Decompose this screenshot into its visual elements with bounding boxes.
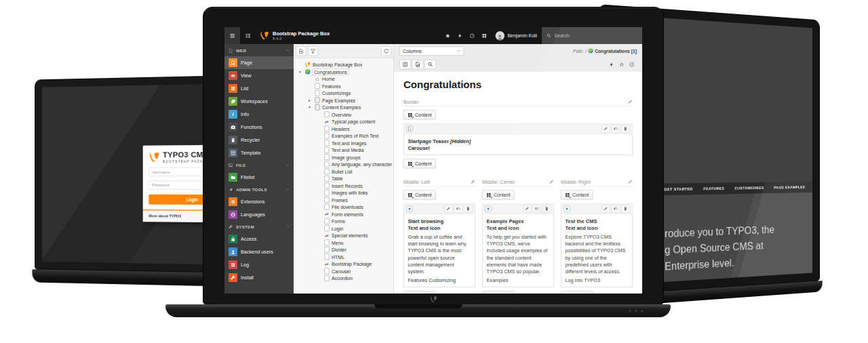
edit-pencil-icon[interactable]	[549, 179, 554, 184]
tree-item[interactable]: Overview	[296, 111, 392, 119]
more-about-link[interactable]: More about TYPO3	[149, 214, 181, 218]
search-button[interactable]	[425, 60, 436, 69]
tree-item[interactable]: Bootstrap Package	[296, 260, 392, 268]
delete-button[interactable]	[464, 205, 473, 212]
tree-item[interactable]: File downloads	[296, 203, 392, 211]
frontend-nav-item[interactable]: CUSTOMIZINGS	[734, 186, 764, 190]
tree-item[interactable]: Accordion	[296, 275, 392, 282]
edit-pencil-icon[interactable]	[628, 99, 633, 104]
add-content-button[interactable]: Content	[403, 159, 436, 169]
edit-pencil-icon[interactable]	[628, 179, 633, 184]
content-element-card[interactable]: Test the CMS Text and Icon Explore TYPO3…	[561, 203, 633, 287]
frontend-nav-item[interactable]: GET STARTED	[664, 186, 692, 191]
content-element-card[interactable]: Startpage Teaser [Hidden] Carousel	[403, 123, 633, 155]
module-item[interactable]: Template	[224, 146, 294, 159]
clear-cache-button[interactable]	[454, 27, 466, 44]
delete-button[interactable]	[621, 125, 630, 132]
tree-item[interactable]: Menu	[296, 239, 392, 247]
add-content-button[interactable]: Content	[403, 291, 436, 294]
visibility-toggle-button[interactable]	[533, 205, 542, 212]
add-content-button[interactable]: Content	[561, 291, 593, 294]
element-links[interactable]: Features Customizing	[408, 277, 471, 283]
edit-button[interactable]	[523, 205, 532, 212]
module-item[interactable]: Log	[224, 258, 294, 271]
clear-cache-button[interactable]	[606, 60, 616, 69]
module-item[interactable]: Languages	[224, 208, 294, 221]
tree-item[interactable]: Carousel	[296, 268, 392, 275]
visibility-toggle-button[interactable]	[612, 205, 620, 212]
delete-button[interactable]	[621, 205, 630, 212]
tree-item[interactable]: Insert Records	[296, 182, 392, 190]
tree-item[interactable]: Frames	[296, 197, 392, 204]
module-item[interactable]: Info	[224, 108, 294, 121]
tree-item[interactable]: Bullet List	[296, 168, 392, 176]
tree-item[interactable]: Forms	[296, 218, 392, 225]
tree-item[interactable]: ▾ Content Examples	[296, 104, 392, 111]
tree-item[interactable]: ▸ Page Examples	[296, 97, 392, 104]
edit-button[interactable]	[601, 205, 610, 212]
module-item[interactable]: Workspaces	[224, 95, 294, 108]
refresh-button[interactable]	[381, 46, 391, 56]
element-links[interactable]: Examples	[487, 277, 550, 283]
add-content-button[interactable]: Content	[482, 190, 515, 200]
tree-item[interactable]: Any language, any character	[296, 161, 392, 168]
search-input[interactable]	[554, 33, 637, 39]
module-item[interactable]: Extensions	[224, 195, 294, 208]
edit-page-button[interactable]	[412, 60, 424, 69]
user-menu[interactable]: Benjamin Kott	[490, 31, 542, 41]
module-item[interactable]: Access	[224, 233, 294, 245]
visibility-toggle-button[interactable]	[612, 125, 620, 132]
tree-expander[interactable]: ▸	[305, 98, 314, 102]
module-item[interactable]: Page	[224, 56, 294, 69]
element-links[interactable]: Log into TYPO3	[566, 277, 629, 283]
module-section-header[interactable]: SYSTEM	[224, 221, 294, 233]
module-item[interactable]: Recycler	[224, 134, 294, 146]
frontend-nav-item[interactable]: FEATURES	[703, 186, 724, 191]
module-list-button[interactable]	[240, 27, 256, 44]
tree-item[interactable]: Examples of Rich Text	[296, 132, 392, 140]
edit-pencil-icon[interactable]	[471, 179, 475, 184]
bookmark-button[interactable]	[616, 60, 627, 69]
tree-item[interactable]: HTML	[296, 254, 392, 261]
tree-item[interactable]: Headers	[296, 125, 392, 133]
module-section-header[interactable]: WEB	[224, 45, 294, 56]
edit-button[interactable]	[444, 205, 453, 212]
delete-button[interactable]	[542, 205, 551, 212]
module-section-header[interactable]: ADMIN TOOLS	[224, 184, 294, 195]
tree-expander[interactable]: ▾	[296, 70, 304, 74]
columns-select[interactable]: Columns	[399, 46, 464, 56]
tree-item[interactable]: Text and Images	[296, 140, 392, 147]
filter-button[interactable]	[308, 46, 318, 56]
tree-item[interactable]: Divider	[296, 246, 392, 254]
add-content-button[interactable]: Content	[403, 190, 436, 200]
site-logo[interactable]: Bootstrap Package Box 8.4.0	[256, 31, 334, 41]
tree-item[interactable]: Login	[296, 225, 392, 233]
frontend-nav-item[interactable]: PAGE EXAMPLES	[774, 185, 805, 190]
module-item[interactable]: Install	[224, 271, 294, 284]
tree-item[interactable]: Home	[296, 75, 392, 83]
tree-item[interactable]: Bootstrap Package Box	[296, 61, 392, 68]
help-button[interactable]	[627, 60, 637, 69]
menu-toggle-button[interactable]	[224, 27, 240, 44]
module-item[interactable]: View	[224, 69, 294, 82]
tree-item[interactable]: Image groups	[296, 154, 392, 161]
module-item[interactable]: Backend users	[224, 245, 294, 258]
bookmark-button[interactable]	[441, 27, 454, 44]
tree-item[interactable]: Form elements	[296, 211, 392, 218]
content-element-card[interactable]: Example Pages Text and Icon To help get …	[482, 203, 554, 287]
global-search[interactable]	[542, 27, 642, 44]
visibility-toggle-button[interactable]	[454, 205, 463, 212]
module-item[interactable]: Filelist	[224, 171, 294, 184]
tree-item[interactable]: Special elements	[296, 232, 392, 239]
tree-item[interactable]: Images with links	[296, 189, 392, 197]
help-button[interactable]	[466, 27, 478, 44]
tree-item[interactable]: Customizings	[296, 89, 392, 97]
add-content-button[interactable]: Content	[561, 190, 593, 200]
add-content-button[interactable]: Content	[403, 110, 436, 120]
tree-item[interactable]: Table	[296, 175, 392, 182]
tree-item[interactable]: ▾ Congratulations	[296, 68, 392, 76]
tree-item[interactable]: Features	[296, 83, 392, 90]
new-page-button[interactable]	[296, 46, 307, 56]
tree-expander[interactable]: ▾	[305, 106, 314, 110]
tree-item[interactable]: Text and Media	[296, 146, 392, 154]
